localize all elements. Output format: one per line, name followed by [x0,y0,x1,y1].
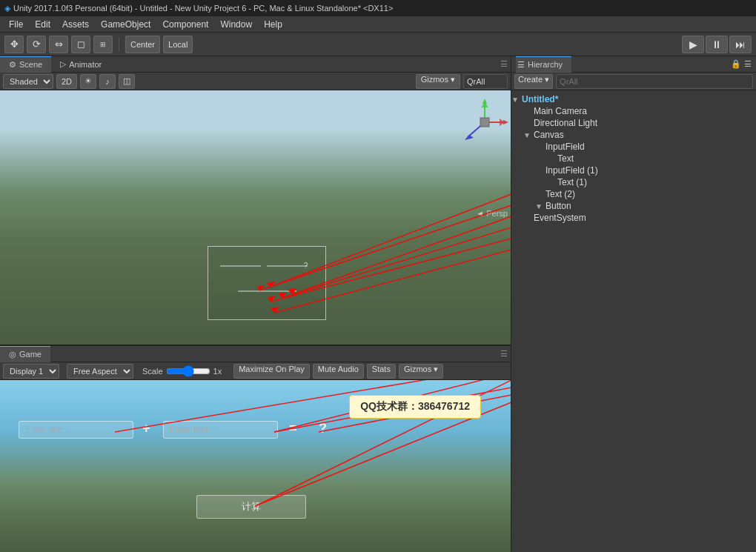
svg-marker-20 [481,102,488,107]
svg-rect-19 [480,118,489,127]
game-tabbar: ◎ Game ☰ [0,346,511,362]
step-button[interactable]: ⏭ [729,36,752,53]
2d-toggle[interactable]: 2D [56,74,77,89]
hierarchy-menu-icon[interactable]: ☰ [744,59,752,69]
mute-audio[interactable]: Mute Audio [313,364,364,379]
lighting-toggle[interactable]: ☀ [80,74,96,89]
tree-item-text2[interactable]: Text (2) [511,188,756,200]
transform-tool-rotate[interactable]: ⟳ [27,36,46,53]
create-dropdown[interactable]: Create ▾ [514,74,553,89]
scale-label: Scale [142,367,163,376]
effects-toggle[interactable]: ◫ [119,74,135,89]
toolbar: ✥ ⟳ ⇔ ◻ ⊞ Center Local ▶ ⏸ ⏭ [0,33,756,56]
tab-animator[interactable]: ▷ Animator [51,56,110,73]
hierarchy-search-input[interactable] [556,74,753,89]
center-toggle[interactable]: Center [125,36,160,53]
display-dropdown[interactable]: Display 1 [3,364,59,379]
hierarchy-tab-label: Hierarchy [528,60,563,69]
gizmos-label: Gizmos [421,75,448,84]
tree-item-text[interactable]: Text [511,153,756,164]
animator-tab-icon: ▷ [60,59,66,69]
menubar-item-edit[interactable]: Edit [29,19,56,30]
menubar-item-help[interactable]: Help [258,19,288,30]
tree-label-untitled: Untitled* [522,94,558,104]
game-panel-options[interactable]: ☰ [500,349,511,359]
tree-label-text2: Text (2) [546,189,575,199]
tree-arrow-canvas[interactable]: ▼ [523,131,534,139]
tree-item-inputfield2[interactable]: InputField (1) [511,164,756,176]
calculate-button[interactable]: 计算 [196,495,306,519]
tree-label-button: Button [546,201,571,211]
svg-marker-18 [465,135,474,140]
right-panel: ☰ Hierarchy 🔒 ☰ Create ▾ ▼Untitled* Main… [511,56,756,552]
canvas-button [238,290,296,292]
toolbar-separator-1 [119,37,119,52]
hierarchy-tab-controls: 🔒 ☰ [731,59,752,69]
hierarchy-lock-icon[interactable]: 🔒 [731,59,741,69]
transform-tool-multi[interactable]: ⊞ [93,36,113,53]
scene-gizmo [459,96,496,133]
maximize-on-play[interactable]: Maximize On Play [233,364,310,379]
game-toolbar: Display 1 Free Aspect Scale 1x Maximize … [0,362,511,380]
tree-item-button[interactable]: ▼Button [511,200,756,212]
tree-label-main-camera: Main Camera [534,106,587,116]
main-area: ⚙ Scene ▷ Animator ☰ Shaded 2D ☀ ♪ ◫ G [0,56,756,552]
equals-operator: = [289,421,297,436]
tree-item-canvas[interactable]: ▼Canvas [511,129,756,141]
scene-toolbar: Shaded 2D ☀ ♪ ◫ Gizmos ▾ [0,73,511,90]
hierarchy-tab-icon: ☰ [517,60,525,70]
hierarchy-tree: ▼Untitled* Main Camera Directional Light… [511,90,756,552]
gizmos-dropdown[interactable]: Gizmos ▾ [416,74,460,89]
audio-toggle[interactable]: ♪ [99,74,116,89]
game-tab-label: Game [19,350,42,359]
tree-label-text: Text [557,153,574,164]
game-view: Enter text... + Enter text... = ? [0,380,511,552]
pause-button[interactable]: ⏸ [706,36,728,53]
2d-label: 2D [62,77,72,86]
menubar-item-gameobject[interactable]: GameObject [95,19,156,30]
tab-game[interactable]: ◎ Game [0,346,50,362]
stats-button[interactable]: Stats [367,364,396,379]
scene-tab-label: Scene [19,60,42,69]
scene-panel-options[interactable]: ☰ [500,59,511,69]
game-gizmos-dropdown[interactable]: Gizmos ▾ [399,364,443,379]
left-panel: ⚙ Scene ▷ Animator ☰ Shaded 2D ☀ ♪ ◫ G [0,56,511,552]
game-panel: ◎ Game ☰ Display 1 Free Aspect Scale 1x [0,345,511,552]
tree-item-inputfield[interactable]: InputField [511,141,756,153]
tree-item-text1[interactable]: Text (1) [511,176,756,188]
scene-search-input[interactable] [463,74,508,89]
transform-tool-rect[interactable]: ◻ [71,36,90,53]
game-input-field-2[interactable]: Enter text... [163,421,278,439]
plus-operator: + [142,421,150,436]
tab-scene[interactable]: ⚙ Scene [0,56,51,73]
canvas-input1 [220,265,261,267]
play-button[interactable]: ▶ [682,36,704,53]
transform-tool-move[interactable]: ✥ [4,36,24,53]
menubar-item-component[interactable]: Component [156,19,214,30]
animator-tab-label: Animator [69,60,102,69]
tree-arrow-button[interactable]: ▼ [535,202,546,210]
scale-value: 1x [213,367,222,376]
tree-item-directional-light[interactable]: Directional Light [511,117,756,129]
titlebar-text: Unity 2017.1.0f3 Personal (64bit) - Unti… [13,4,393,13]
game-input-field-1[interactable]: Enter text... [19,421,133,439]
scene-view[interactable]: ? ◄ Persp [0,90,511,345]
local-toggle[interactable]: Local [163,36,193,53]
aspect-dropdown[interactable]: Free Aspect [67,364,133,379]
tab-hierarchy[interactable]: ☰ Hierarchy [516,56,571,73]
persp-label: ◄ Persp [476,209,508,218]
qq-tooltip: QQ技术群：386476712 [349,395,481,419]
hierarchy-tabbar: ☰ Hierarchy 🔒 ☰ [511,56,756,73]
tree-arrow-untitled[interactable]: ▼ [511,96,522,104]
scale-slider[interactable] [166,367,210,376]
tree-item-untitled[interactable]: ▼Untitled* [511,93,756,105]
tree-label-inputfield: InputField [546,142,585,152]
menubar-item-file[interactable]: File [3,19,29,30]
menubar-item-assets[interactable]: Assets [56,19,95,30]
menubar-item-window[interactable]: Window [214,19,258,30]
question-mark: ? [304,262,308,270]
tree-item-eventsystem[interactable]: EventSystem [511,212,756,224]
transform-tool-scale[interactable]: ⇔ [49,36,68,53]
shading-mode-dropdown[interactable]: Shaded [3,74,53,89]
tree-item-main-camera[interactable]: Main Camera [511,105,756,117]
